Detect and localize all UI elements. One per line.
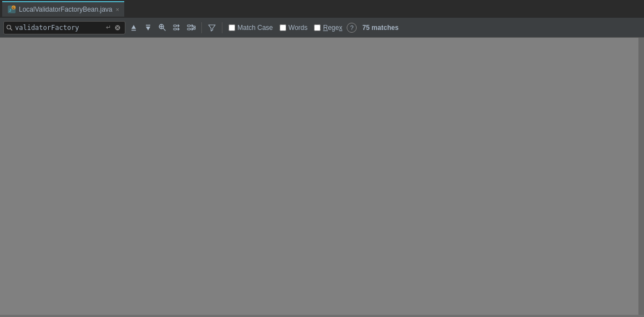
find-options-button[interactable] bbox=[156, 22, 169, 34]
clear-search-button[interactable] bbox=[113, 23, 122, 32]
regex-checkbox[interactable] bbox=[314, 24, 321, 31]
horizontal-scrollbar[interactable] bbox=[0, 315, 644, 317]
regex-help-button[interactable]: ? bbox=[347, 23, 357, 33]
separator-2 bbox=[222, 22, 222, 33]
svg-text:G: G bbox=[12, 6, 14, 9]
regex-option[interactable]: Regex bbox=[312, 24, 344, 32]
words-label: Words bbox=[288, 24, 307, 32]
search-toolbar: ↵ bbox=[0, 18, 644, 38]
match-case-option[interactable]: Match Case bbox=[226, 24, 275, 32]
match-case-checkbox[interactable] bbox=[229, 24, 235, 31]
svg-line-5 bbox=[11, 28, 12, 30]
replace-button[interactable] bbox=[171, 22, 183, 34]
words-checkbox[interactable] bbox=[280, 24, 286, 31]
match-count-label: 75 matches bbox=[362, 24, 398, 32]
svg-rect-16 bbox=[174, 28, 176, 30]
separator-1 bbox=[201, 22, 202, 33]
tab-filename: LocalValidatorFactoryBean.java bbox=[19, 6, 113, 13]
svg-rect-15 bbox=[174, 25, 176, 27]
match-case-label: Match Case bbox=[237, 24, 273, 32]
search-input-wrapper: ↵ bbox=[3, 21, 125, 34]
editor-content-area bbox=[0, 38, 644, 317]
svg-line-12 bbox=[164, 28, 166, 30]
java-file-icon: J G bbox=[8, 5, 16, 14]
next-match-button[interactable] bbox=[142, 22, 154, 34]
filter-button[interactable] bbox=[206, 22, 218, 34]
enter-icon: ↵ bbox=[106, 24, 111, 31]
svg-rect-19 bbox=[187, 25, 190, 27]
search-magnifier-icon bbox=[6, 24, 13, 31]
prev-match-button[interactable] bbox=[128, 22, 140, 34]
title-bar: J G LocalValidatorFactoryBean.java × bbox=[0, 0, 644, 18]
vertical-scrollbar[interactable] bbox=[638, 38, 644, 315]
file-tab[interactable]: J G LocalValidatorFactoryBean.java × bbox=[2, 1, 124, 17]
search-input[interactable] bbox=[15, 24, 104, 32]
regex-label: Regex bbox=[323, 24, 342, 32]
tab-close-button[interactable]: × bbox=[116, 5, 119, 14]
replace-all-button[interactable] bbox=[185, 22, 197, 34]
svg-rect-20 bbox=[187, 28, 190, 30]
svg-text:J: J bbox=[9, 8, 11, 13]
words-option[interactable]: Words bbox=[277, 24, 310, 32]
